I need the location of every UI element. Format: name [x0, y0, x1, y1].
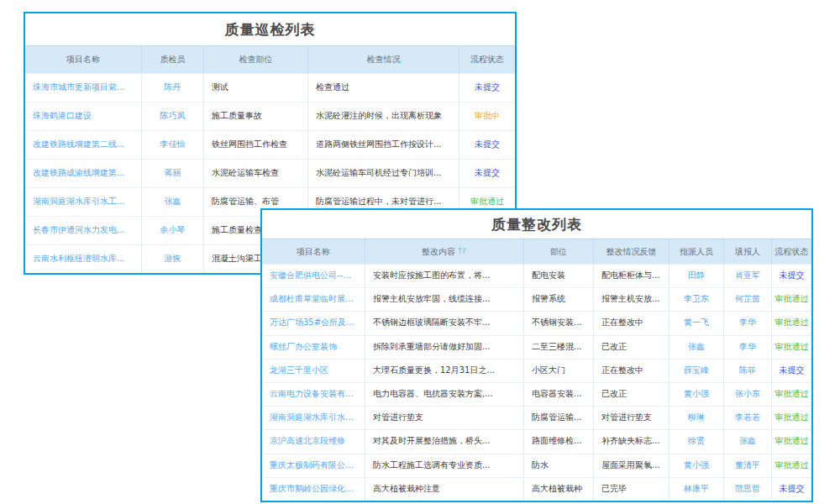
cell-assignee[interactable]: 薛宝峰 — [669, 360, 724, 382]
column-label: 检查情况 — [367, 55, 401, 64]
cell-project-name[interactable]: 珠海市城市更新项目紫... — [25, 74, 142, 102]
table-row: 珠海鹤港口建设陈巧凤施工质量事故水泥砼灌注的时候，出现离析现象审批中 — [25, 102, 515, 130]
cell-rectify-content: 电力电容器、电抗器安装方案,... — [365, 383, 524, 406]
cell-process-status: 审批通过 — [772, 312, 811, 334]
cell-assignee[interactable]: 黄小强 — [669, 454, 724, 477]
column-header-assignee: 指派人员 — [669, 239, 724, 264]
column-header-inspect-part: 检查部位 — [204, 46, 308, 73]
cell-assignee[interactable]: 黄一飞 — [669, 312, 724, 334]
cell-inspector[interactable]: 陈丹 — [142, 74, 204, 102]
cell-rectify-content: 不锈钢边框玻璃隔断安装不牢... — [365, 312, 524, 334]
cell-project-name[interactable]: 湖南洞庭湖水库引水工程施工标 — [262, 407, 365, 429]
column-header-reporter: 填报人 — [724, 239, 772, 264]
cell-reporter[interactable]: 李华 — [724, 336, 772, 359]
cell-inspector[interactable]: 陈巧凤 — [142, 102, 204, 130]
column-label: 填报人 — [735, 247, 760, 256]
cell-process-status: 审批通过 — [772, 430, 811, 453]
cell-reporter[interactable]: 董清平 — [724, 454, 772, 477]
cell-project-name[interactable]: 云南电力设备安装有限公司20... — [262, 383, 365, 406]
cell-inspect-part: 施工质量事故 — [204, 102, 308, 130]
column-header-inspect-situation: 检查情况 — [308, 46, 459, 73]
table-row: 改建铁路成渝线增建第...蒋丽水泥砼运输车检查水泥砼运输车司机经过专门培训...… — [25, 159, 515, 187]
cell-feedback: 已改正 — [594, 336, 669, 359]
cell-rectify-content: 拆除到承重墙部分请做好加固... — [365, 336, 524, 359]
cell-project-name[interactable]: 成都杜甫草堂临时展厅独立展... — [262, 288, 365, 311]
cell-reporter[interactable]: 张小东 — [724, 383, 772, 406]
cell-feedback: 报警主机安放... — [594, 288, 669, 311]
cell-inspector[interactable]: 李佳怡 — [142, 131, 204, 159]
table-row: 云南电力设备安装有限公司20...电力电容器、电抗器安装方案,...电容器安装.… — [262, 382, 811, 406]
cell-part: 路面维修检... — [524, 430, 594, 453]
cell-part: 电容器安装... — [524, 383, 594, 406]
cell-project-name[interactable]: 改建铁路成渝线增建第... — [25, 160, 142, 187]
cell-reporter[interactable]: 范思哲 — [724, 478, 772, 501]
cell-project-name[interactable]: 重庆市鹅岭公园绿化景观提升... — [262, 478, 365, 501]
cell-assignee[interactable]: 柳琳 — [669, 407, 724, 429]
cell-project-name[interactable]: 湖南洞庭湖水库引水工... — [25, 188, 142, 216]
table-header-row: 项目名称整改内容部位整改情况反馈指派人员填报人流程状态 — [262, 239, 811, 264]
cell-reporter[interactable]: 肖亚军 — [724, 265, 772, 287]
cell-project-name[interactable]: 京沪高速北京段维修 — [262, 430, 365, 453]
table-row: 京沪高速北京段维修对其及时开展整治措施，桥头...路面维修检...补齐缺失标志.… — [262, 429, 811, 453]
cell-rectify-content: 对管进行垫支 — [365, 407, 524, 429]
column-label: 质检员 — [160, 55, 186, 64]
sort-icon[interactable] — [458, 240, 467, 264]
cell-inspector[interactable]: 蒋丽 — [142, 160, 204, 187]
cell-assignee[interactable]: 张鑫 — [669, 336, 724, 359]
cell-process-status: 审批通过 — [772, 407, 811, 429]
cell-assignee[interactable]: 黄小强 — [669, 383, 724, 406]
cell-process-status: 审批通过 — [772, 336, 811, 359]
cell-reporter[interactable]: 李华 — [724, 312, 772, 334]
cell-part: 报警系统 — [524, 288, 594, 311]
column-label: 指派人员 — [680, 247, 713, 256]
cell-assignee[interactable]: 林康平 — [669, 478, 724, 501]
cell-reporter[interactable]: 张鑫 — [724, 430, 772, 453]
cell-inspector[interactable]: 游恢 — [142, 245, 204, 273]
table-row: 改建铁路线增建第二线...李佳怡铁丝网围挡工作检查道路两侧铁丝网围挡工作按设计.… — [25, 130, 515, 159]
column-header-part: 部位 — [524, 239, 594, 264]
cell-project-name[interactable]: 安徽合肥供电公司--配电设备... — [262, 265, 365, 287]
cell-rectify-content: 高大植被栽种注意 — [365, 478, 524, 501]
column-label: 流程状态 — [775, 247, 809, 256]
cell-project-name[interactable]: 长春市伊通河水力发电... — [25, 217, 142, 244]
cell-project-name[interactable]: 珠海鹤港口建设 — [25, 102, 142, 130]
cell-inspect-situation: 水泥砼灌注的时候，出现离析现象 — [308, 102, 459, 130]
cell-reporter[interactable]: 李若若 — [724, 407, 772, 429]
cell-feedback: 对管进行垫支 — [594, 407, 669, 429]
cell-project-name[interactable]: 龙湖三千里小区 — [262, 360, 365, 382]
table-row: 重庆太极制药有限公司亳州中...防水工程施工选调有专业资质...防水屋面采用聚氯… — [262, 454, 811, 477]
cell-feedback: 正在整改中 — [594, 360, 669, 382]
cell-project-name[interactable]: 重庆太极制药有限公司亳州中... — [262, 454, 365, 477]
cell-inspect-part: 水泥砼运输车检查 — [204, 160, 308, 187]
table-row: 安徽合肥供电公司--配电设备...安装时应按施工图的布置，将...配电安装配电柜… — [262, 264, 811, 287]
cell-process-status: 审批通过 — [772, 288, 811, 311]
cell-inspector[interactable]: 张鑫 — [142, 188, 204, 216]
table-body: 安徽合肥供电公司--配电设备...安装时应按施工图的布置，将...配电安装配电柜… — [262, 264, 811, 501]
table-row: 湖南洞庭湖水库引水工程施工标对管进行垫支防腐管运输...对管进行垫支柳琳李若若审… — [262, 406, 811, 429]
cell-inspect-situation: 道路两侧铁丝网围挡工作按设计... — [308, 131, 459, 159]
cell-part: 配电安装 — [524, 265, 594, 287]
cell-inspector[interactable]: 余小琴 — [142, 217, 204, 244]
column-header-rectify-content[interactable]: 整改内容 — [365, 239, 524, 264]
column-label: 检查部位 — [239, 55, 273, 64]
cell-process-status: 审批通过 — [772, 454, 811, 477]
cell-reporter[interactable]: 何芷茵 — [724, 288, 772, 311]
cell-project-name[interactable]: 改建铁路线增建第二线... — [25, 131, 142, 159]
cell-assignee[interactable]: 徐贤 — [669, 430, 724, 453]
cell-part: 二至三楼混... — [524, 336, 594, 359]
cell-project-name[interactable]: 万达广场35#会所及咖啡厅空... — [262, 312, 365, 334]
cell-assignee[interactable]: 李卫东 — [669, 288, 724, 311]
cell-project-name[interactable]: 螺丝厂办公室装饰 — [262, 336, 365, 359]
cell-project-name[interactable]: 云南水利枢纽潜明水库... — [25, 245, 142, 273]
cell-assignee[interactable]: 田静 — [669, 265, 724, 287]
rectification-table: 质量整改列表 项目名称整改内容部位整改情况反馈指派人员填报人流程状态 安徽合肥供… — [260, 208, 813, 502]
table-row: 万达广场35#会所及咖啡厅空...不锈钢边框玻璃隔断安装不牢...不锈钢安装..… — [262, 311, 811, 334]
cell-process-status: 审批中 — [459, 102, 515, 130]
table-row: 成都杜甫草堂临时展厅独立展...报警主机安放牢固，线缆连接...报警系统报警主机… — [262, 287, 811, 311]
cell-inspect-part: 测试 — [204, 74, 308, 102]
cell-feedback: 配电柜柜体与... — [594, 265, 669, 287]
cell-process-status: 未提交 — [459, 74, 515, 102]
cell-rectify-content: 安装时应按施工图的布置，将... — [365, 265, 524, 287]
cell-feedback: 正在整改中 — [594, 312, 669, 334]
cell-reporter[interactable]: 陈菲 — [724, 360, 772, 382]
